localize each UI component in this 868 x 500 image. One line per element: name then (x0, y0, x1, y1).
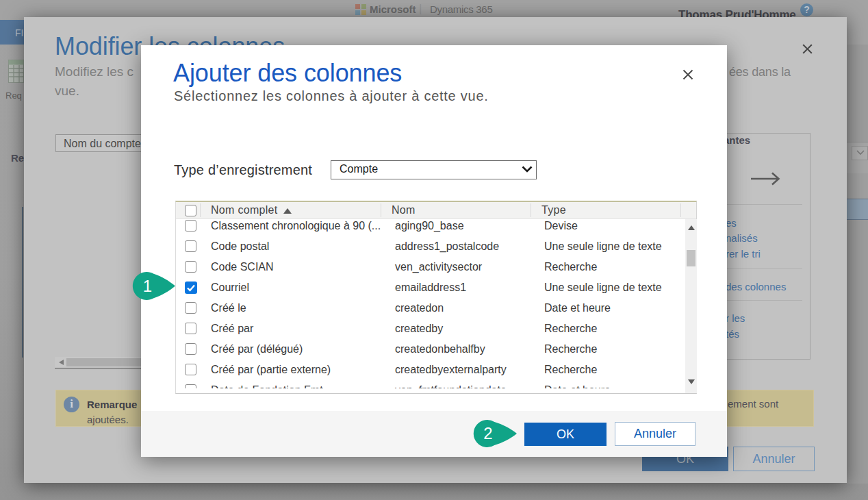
svg-text:2: 2 (483, 424, 492, 442)
svg-text:1: 1 (143, 277, 152, 295)
